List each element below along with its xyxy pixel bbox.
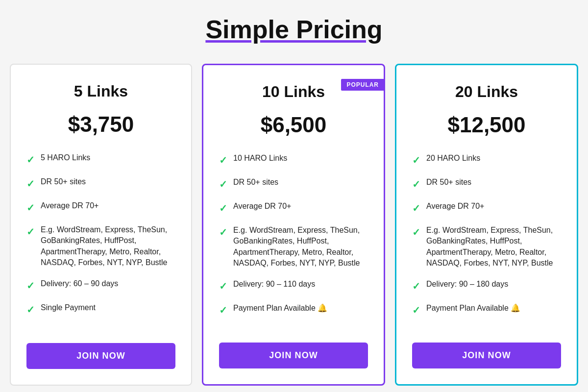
feature-item: ✓Payment Plan Available 🔔 <box>219 303 368 317</box>
join-now-button[interactable]: JOIN NOW <box>26 343 175 369</box>
plan-name: 5 Links <box>26 82 175 100</box>
feature-item: ✓E.g. WordStream, Express, TheSun, GoBan… <box>219 225 368 269</box>
check-icon: ✓ <box>412 303 420 317</box>
check-icon: ✓ <box>26 303 35 317</box>
feature-text: 20 HARO Links <box>426 153 480 164</box>
popular-badge: POPULAR <box>341 79 385 91</box>
features-list: ✓10 HARO Links✓DR 50+ sites✓Average DR 7… <box>219 153 368 327</box>
feature-text: Delivery: 60 – 90 days <box>41 278 118 289</box>
pricing-card-enterprise: 20 Links$12,500✓20 HARO Links✓DR 50+ sit… <box>395 64 578 386</box>
feature-text: Payment Plan Available 🔔 <box>233 303 327 314</box>
check-icon: ✓ <box>412 279 420 293</box>
check-icon: ✓ <box>219 303 227 317</box>
check-icon: ✓ <box>26 153 35 167</box>
feature-item: ✓Payment Plan Available 🔔 <box>412 303 561 317</box>
check-icon: ✓ <box>219 279 227 293</box>
feature-item: ✓10 HARO Links <box>219 153 368 167</box>
features-list: ✓20 HARO Links✓DR 50+ sites✓Average DR 7… <box>412 153 561 327</box>
feature-item: ✓DR 50+ sites <box>412 177 561 191</box>
feature-item: ✓Delivery: 90 – 180 days <box>412 279 561 293</box>
check-icon: ✓ <box>219 225 227 239</box>
feature-item: ✓DR 50+ sites <box>26 176 175 191</box>
page-title: Simple Pricing <box>205 15 382 44</box>
plan-name: 20 Links <box>412 83 561 101</box>
check-icon: ✓ <box>219 201 227 215</box>
check-icon: ✓ <box>412 177 420 191</box>
pricing-card-basic: 5 Links$3,750✓5 HARO Links✓DR 50+ sites✓… <box>10 64 192 386</box>
check-icon: ✓ <box>412 201 420 215</box>
feature-item: ✓5 HARO Links <box>26 152 175 167</box>
pricing-card-popular: POPULAR10 Links$6,500✓10 HARO Links✓DR 5… <box>202 64 385 386</box>
feature-item: ✓Delivery: 60 – 90 days <box>26 278 175 293</box>
check-icon: ✓ <box>412 153 420 167</box>
check-icon: ✓ <box>26 279 35 293</box>
feature-item: ✓Average DR 70+ <box>412 201 561 215</box>
join-now-button[interactable]: JOIN NOW <box>219 343 368 368</box>
plan-price: $6,500 <box>219 113 368 137</box>
feature-item: ✓Average DR 70+ <box>219 201 368 215</box>
pricing-grid: 5 Links$3,750✓5 HARO Links✓DR 50+ sites✓… <box>10 64 578 386</box>
feature-text: 5 HARO Links <box>41 152 90 163</box>
feature-text: Average DR 70+ <box>233 201 291 212</box>
feature-text: Single Payment <box>41 302 96 313</box>
check-icon: ✓ <box>26 177 35 191</box>
plan-price: $12,500 <box>412 113 561 137</box>
join-now-button[interactable]: JOIN NOW <box>412 343 561 368</box>
feature-text: Payment Plan Available 🔔 <box>426 303 520 314</box>
check-icon: ✓ <box>26 201 35 215</box>
feature-item: ✓Single Payment <box>26 302 175 317</box>
feature-text: Average DR 70+ <box>41 200 98 211</box>
feature-item: ✓E.g. WordStream, Express, TheSun, GoBan… <box>26 224 175 269</box>
feature-text: E.g. WordStream, Express, TheSun, GoBank… <box>41 224 175 269</box>
feature-text: Delivery: 90 – 110 days <box>233 279 315 290</box>
check-icon: ✓ <box>412 225 420 239</box>
feature-text: DR 50+ sites <box>426 177 471 188</box>
feature-text: E.g. WordStream, Express, TheSun, GoBank… <box>233 225 368 269</box>
feature-text: DR 50+ sites <box>41 176 86 187</box>
plan-price: $3,750 <box>26 112 175 137</box>
features-list: ✓5 HARO Links✓DR 50+ sites✓Average DR 70… <box>26 152 175 327</box>
feature-item: ✓Delivery: 90 – 110 days <box>219 279 368 293</box>
check-icon: ✓ <box>26 225 35 239</box>
feature-item: ✓E.g. WordStream, Express, TheSun, GoBan… <box>412 225 561 269</box>
feature-item: ✓20 HARO Links <box>412 153 561 167</box>
feature-text: E.g. WordStream, Express, TheSun, GoBank… <box>426 225 561 269</box>
check-icon: ✓ <box>219 153 227 167</box>
feature-text: DR 50+ sites <box>233 177 278 188</box>
feature-item: ✓DR 50+ sites <box>219 177 368 191</box>
feature-text: 10 HARO Links <box>233 153 287 164</box>
feature-text: Delivery: 90 – 180 days <box>426 279 508 290</box>
feature-item: ✓Average DR 70+ <box>26 200 175 215</box>
feature-text: Average DR 70+ <box>426 201 484 212</box>
check-icon: ✓ <box>219 177 227 191</box>
